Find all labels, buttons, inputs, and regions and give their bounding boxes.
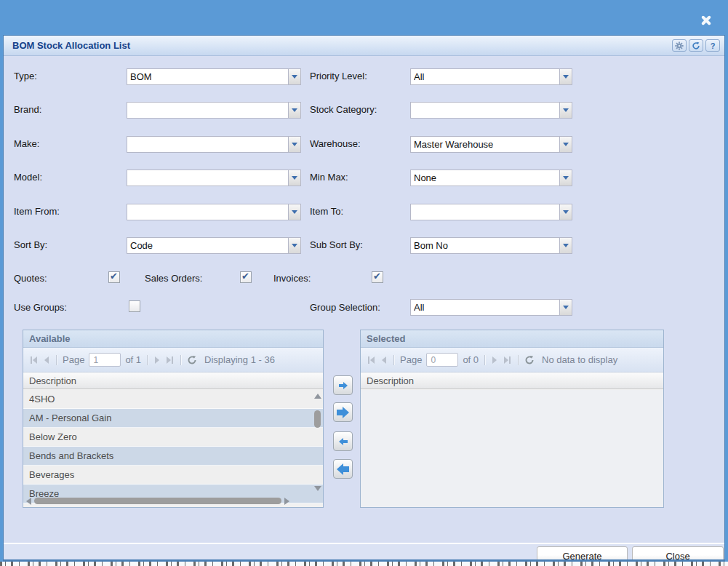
prev-page-icon[interactable] bbox=[43, 355, 50, 365]
item-to-combo[interactable] bbox=[410, 204, 572, 220]
stock-category-input[interactable] bbox=[410, 102, 559, 119]
background-page-text-sliver bbox=[0, 562, 728, 566]
move-left-button[interactable] bbox=[333, 431, 353, 451]
chevron-down-icon[interactable] bbox=[288, 204, 301, 220]
generate-button[interactable]: Generate bbox=[537, 546, 628, 562]
horizontal-scrollbar[interactable] bbox=[23, 495, 311, 507]
selected-panel: Selected Page of 0 No data to display De… bbox=[360, 330, 664, 508]
last-page-icon[interactable] bbox=[503, 355, 512, 365]
priority-level-label: Priority Level: bbox=[310, 71, 367, 81]
close-icon[interactable] bbox=[699, 13, 713, 28]
item-to-input[interactable] bbox=[410, 204, 559, 220]
use-groups-label: Use Groups: bbox=[14, 302, 67, 313]
page-number-input[interactable] bbox=[89, 353, 121, 367]
list-item[interactable]: Below Zero bbox=[23, 428, 323, 447]
chevron-down-icon[interactable] bbox=[559, 237, 572, 254]
available-panel: Available Page of 1 Displaying 1 - 36 De… bbox=[23, 330, 324, 508]
make-combo[interactable] bbox=[127, 136, 301, 153]
move-all-left-button[interactable] bbox=[333, 459, 353, 479]
dialog-footer: Generate Close bbox=[4, 543, 724, 562]
group-selection-input[interactable] bbox=[410, 299, 559, 316]
refresh-icon[interactable] bbox=[187, 355, 197, 365]
stock-category-combo[interactable] bbox=[410, 102, 572, 119]
page-number-input[interactable] bbox=[426, 353, 458, 367]
selected-panel-title: Selected bbox=[361, 330, 663, 348]
last-page-icon[interactable] bbox=[165, 355, 175, 365]
move-right-button[interactable] bbox=[333, 375, 353, 395]
chevron-down-icon[interactable] bbox=[559, 170, 572, 186]
min-max-combo[interactable] bbox=[410, 170, 572, 186]
move-all-right-button[interactable] bbox=[333, 402, 353, 422]
available-paging-toolbar: Page of 1 Displaying 1 - 36 bbox=[23, 348, 323, 372]
priority-level-input[interactable] bbox=[410, 68, 559, 85]
vertical-scrollbar[interactable] bbox=[312, 390, 323, 495]
chevron-down-icon[interactable] bbox=[559, 136, 572, 153]
selected-paging-toolbar: Page of 0 No data to display bbox=[361, 348, 663, 372]
next-page-icon[interactable] bbox=[153, 355, 161, 365]
scroll-down-icon[interactable] bbox=[314, 486, 321, 491]
group-selection-combo[interactable] bbox=[410, 299, 572, 316]
chevron-down-icon[interactable] bbox=[288, 102, 301, 119]
scroll-up-icon[interactable] bbox=[314, 394, 321, 399]
list-item[interactable]: Bends and Brackets bbox=[23, 447, 323, 466]
paging-status: Displaying 1 - 36 bbox=[204, 354, 275, 365]
chevron-down-icon[interactable] bbox=[288, 68, 301, 85]
description-column-header[interactable]: Description bbox=[361, 372, 663, 389]
invoices-checkbox[interactable] bbox=[372, 271, 383, 283]
chevron-down-icon[interactable] bbox=[288, 170, 301, 186]
warehouse-input[interactable] bbox=[410, 136, 559, 153]
list-item[interactable]: AM - Personal Gain bbox=[23, 409, 323, 428]
make-input[interactable] bbox=[127, 136, 288, 153]
quotes-checkbox[interactable] bbox=[108, 271, 120, 283]
priority-level-combo[interactable] bbox=[410, 68, 572, 85]
scrollbar-thumb[interactable] bbox=[34, 498, 281, 504]
next-page-icon[interactable] bbox=[491, 355, 498, 365]
use-groups-checkbox[interactable] bbox=[129, 300, 140, 312]
model-combo[interactable] bbox=[127, 170, 301, 186]
prev-page-icon[interactable] bbox=[380, 355, 388, 365]
chevron-down-icon[interactable] bbox=[559, 204, 572, 220]
gear-icon bbox=[675, 41, 684, 50]
dialog-titlebar: BOM Stock Allocation List ? bbox=[4, 36, 724, 56]
first-page-icon[interactable] bbox=[367, 355, 376, 365]
gear-icon[interactable] bbox=[672, 39, 687, 52]
model-label: Model: bbox=[14, 172, 42, 183]
sub-sort-by-combo[interactable] bbox=[410, 237, 572, 254]
type-combo[interactable] bbox=[127, 68, 301, 85]
chevron-down-icon[interactable] bbox=[288, 136, 301, 153]
item-from-input[interactable] bbox=[127, 204, 288, 220]
list-item[interactable]: Beverages bbox=[23, 466, 323, 485]
chevron-down-icon[interactable] bbox=[559, 299, 572, 316]
chevron-down-icon[interactable] bbox=[288, 237, 301, 254]
stock-category-label: Stock Category: bbox=[310, 104, 377, 115]
sort-by-input[interactable] bbox=[127, 237, 288, 254]
page-label: Page bbox=[400, 354, 422, 365]
brand-input[interactable] bbox=[127, 102, 288, 119]
sub-sort-by-label: Sub Sort By: bbox=[310, 239, 363, 250]
refresh-icon[interactable] bbox=[689, 39, 703, 52]
model-input[interactable] bbox=[127, 170, 288, 186]
first-page-icon[interactable] bbox=[29, 355, 39, 365]
scroll-right-icon[interactable] bbox=[284, 498, 289, 505]
item-from-combo[interactable] bbox=[127, 204, 301, 220]
brand-combo[interactable] bbox=[127, 102, 301, 119]
min-max-input[interactable] bbox=[410, 170, 559, 186]
type-label: Type: bbox=[14, 71, 37, 81]
toolbar-separator bbox=[180, 355, 181, 365]
refresh-icon[interactable] bbox=[524, 355, 535, 365]
description-column-header[interactable]: Description bbox=[23, 372, 323, 389]
chevron-down-icon[interactable] bbox=[559, 102, 572, 119]
sales-orders-checkbox[interactable] bbox=[240, 271, 252, 283]
type-input[interactable] bbox=[127, 68, 288, 85]
close-button[interactable]: Close bbox=[632, 546, 724, 562]
list-item[interactable]: 4SHO bbox=[23, 390, 323, 409]
warehouse-combo[interactable] bbox=[410, 136, 572, 153]
scroll-left-icon[interactable] bbox=[26, 498, 31, 505]
sub-sort-by-input[interactable] bbox=[410, 237, 559, 254]
chevron-down-icon[interactable] bbox=[559, 68, 572, 85]
scrollbar-thumb[interactable] bbox=[314, 410, 321, 428]
min-max-label: Min Max: bbox=[310, 172, 348, 183]
help-icon[interactable]: ? bbox=[705, 39, 720, 52]
toolbar-separator bbox=[484, 355, 485, 365]
sort-by-combo[interactable] bbox=[127, 237, 301, 254]
